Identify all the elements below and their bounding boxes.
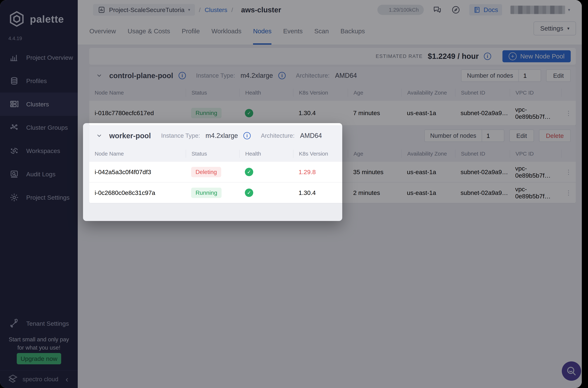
row-menu-kebab-icon[interactable]: ⋮ [561, 168, 576, 176]
compass-icon [451, 5, 461, 15]
breadcrumb-project: Project-ScaleSecureTutoria [109, 6, 184, 13]
instance-type-value: m4.2xlarge [241, 72, 273, 79]
row-menu-kebab-icon[interactable]: ⋮ [561, 109, 576, 117]
status-badge: Deleting [191, 167, 221, 177]
col-node-name: Node Name [89, 150, 186, 158]
estimated-rate-value: $1.2249 / hour [428, 52, 479, 61]
instance-type-value: m4.2xlarge [205, 132, 238, 140]
layers-icon [9, 76, 19, 86]
number-of-nodes-input[interactable]: 1 [482, 130, 504, 142]
estimated-rate-label: ESTIMATED RATE [376, 53, 423, 59]
availability-zone: us-east-1a [401, 189, 455, 196]
number-of-nodes-input[interactable]: 1 [519, 70, 541, 81]
col-subnet-id: Subnet ID [455, 89, 510, 97]
sidebar-item-audit-logs[interactable]: Audit Logs [0, 163, 78, 186]
new-node-pool-button[interactable]: + New Node Pool [502, 50, 571, 62]
info-icon[interactable]: i [179, 72, 186, 79]
worker-pool-card: worker-pool Instance Type: m4.2xlarge i … [89, 126, 576, 203]
project-selector[interactable]: Project-ScaleSecureTutoria ▾ [93, 4, 195, 16]
row-menu-kebab-icon[interactable]: ⋮ [561, 189, 576, 196]
user-menu[interactable]: ▾ [510, 6, 570, 14]
node-age: 35 minutes [348, 169, 401, 176]
docs-button[interactable]: Docs [469, 4, 502, 16]
node-name: i-018c7780ecfc617ed [89, 109, 186, 117]
col-health: Health [239, 89, 293, 97]
info-icon[interactable]: i [243, 132, 251, 139]
table-row: i-0c2680c0e8c31c97a Running ✓ 1.30.4 2 m… [89, 183, 576, 203]
chevron-down-icon[interactable] [96, 133, 102, 139]
breadcrumb-separator: / [231, 6, 233, 13]
table-row: i-042a5a3c0f4f07df3 Deleting ✓ 1.29.8 35… [89, 162, 576, 183]
edit-pool-button[interactable]: Edit [546, 69, 571, 82]
k8s-version: 1.30.4 [293, 189, 348, 196]
table-header: Node Name Status Health K8s Version Age … [89, 85, 576, 101]
tab-usage-costs[interactable]: Usage & Costs [128, 18, 170, 45]
docs-label: Docs [483, 6, 498, 13]
sidebar-item-clusters[interactable]: Clusters [0, 93, 78, 116]
architecture-value: AMD64 [300, 132, 322, 140]
node-name: i-0c2680c0e8c31c97a [89, 189, 186, 196]
palette-logo-icon [8, 10, 25, 28]
pool-name: control-plane-pool [109, 72, 173, 80]
sidebar-item-label: Workspaces [26, 147, 60, 154]
nodes-content: ESTIMATED RATE $1.2249 / hour i + New No… [78, 45, 582, 388]
sidebar-item-cluster-groups[interactable]: Cluster Groups [0, 116, 78, 139]
tab-events[interactable]: Events [283, 18, 303, 45]
info-icon[interactable]: i [278, 72, 286, 79]
col-health: Health [239, 150, 293, 158]
tab-backups[interactable]: Backups [340, 18, 365, 45]
tab-workloads[interactable]: Workloads [211, 18, 242, 45]
cluster-tabs: Overview Usage & Costs Profile Workloads… [78, 18, 582, 45]
health-check-icon: ✓ [245, 168, 253, 176]
sidebar-item-label: Profiles [26, 77, 47, 85]
credits-usage-badge: 1.29/100kCh [377, 5, 424, 15]
search-assistant-button[interactable] [562, 362, 581, 381]
tab-profile[interactable]: Profile [182, 18, 200, 45]
sidebar-item-tenant-settings[interactable]: Tenant Settings [0, 312, 78, 335]
book-icon [473, 6, 481, 14]
architecture-label: Architecture: [261, 132, 294, 139]
feedback-chat-button[interactable] [432, 5, 442, 15]
chevron-down-icon[interactable] [96, 73, 102, 79]
orbit-icon [9, 146, 19, 156]
guided-tour-button[interactable] [451, 5, 461, 15]
sidebar-collapse-chevron-icon[interactable]: ‹ [66, 375, 68, 383]
spectro-cloud-logo-icon [7, 374, 19, 385]
sidebar-item-workspaces[interactable]: Workspaces [0, 139, 78, 163]
app-window: palette 4.4.19 Project Overview Profiles… [0, 0, 582, 388]
vpc-id: vpc-0e89b5b7f… [510, 186, 561, 200]
sidebar-item-profiles[interactable]: Profiles [0, 69, 78, 93]
rate-toolbar: ESTIMATED RATE $1.2249 / hour i + New No… [89, 48, 576, 65]
sidebar-item-project-overview[interactable]: Project Overview [0, 46, 78, 69]
breadcrumb-clusters-link[interactable]: Clusters [205, 6, 227, 13]
tab-nodes[interactable]: Nodes [253, 18, 271, 45]
k8s-version: 1.30.4 [293, 109, 348, 117]
pool-header: control-plane-pool i Instance Type: m4.2… [89, 67, 576, 85]
architecture-label: Architecture: [296, 72, 330, 79]
chevron-down-icon: ▾ [568, 7, 570, 12]
edit-pool-button[interactable]: Edit [509, 129, 534, 142]
col-node-name: Node Name [89, 89, 186, 97]
tab-scan[interactable]: Scan [314, 18, 329, 45]
sidebar-item-project-settings[interactable]: Project Settings [0, 186, 78, 209]
availability-zone: us-east-1a [401, 169, 455, 176]
info-icon[interactable]: i [484, 53, 491, 60]
tab-overview[interactable]: Overview [89, 18, 116, 45]
col-status: Status [186, 89, 239, 97]
sidebar-item-label: Cluster Groups [26, 124, 68, 131]
upgrade-now-button[interactable]: Upgrade now [17, 353, 61, 364]
tools-icon [9, 319, 19, 328]
sidebar-tenant: Tenant Settings [0, 312, 78, 335]
col-k8s-version: K8s Version [293, 89, 348, 97]
sidebar-footer: spectro cloud ‹ [0, 370, 78, 388]
pool-actions: Number of nodes 1 Edit [461, 69, 571, 82]
settings-button[interactable]: Settings ▾ [534, 22, 576, 35]
availability-zone: us-east-1a [401, 109, 455, 117]
status-badge: Running [191, 108, 222, 118]
bar-chart-icon [9, 53, 19, 62]
sidebar-item-label: Project Settings [26, 194, 69, 201]
node-age: 2 minutes [348, 189, 401, 196]
chevron-down-icon: ▾ [188, 7, 190, 12]
architecture-value: AMD64 [335, 72, 357, 79]
delete-pool-button[interactable]: Delete [539, 129, 571, 142]
